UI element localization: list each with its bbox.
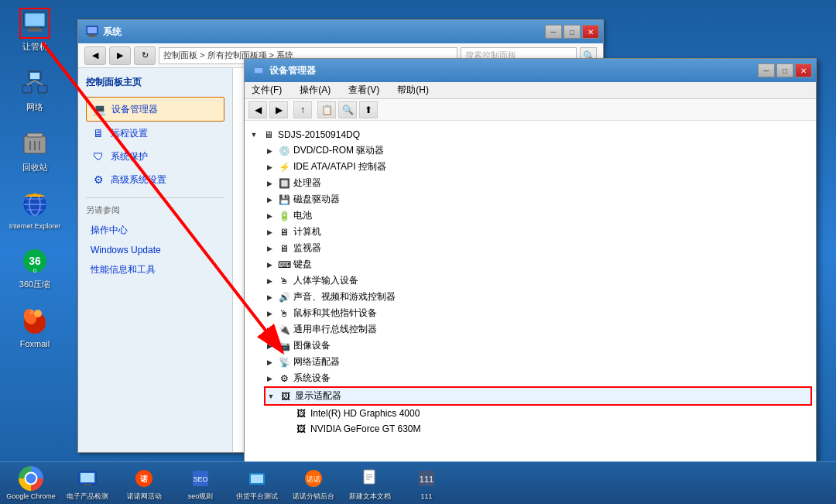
tree-item-ide[interactable]: ▶ ⚡ IDE ATA/ATAPI 控制器 — [264, 159, 812, 175]
nuonuo-label: 诺诺网活动 — [127, 492, 162, 501]
taskbar-nuonuo[interactable]: 诺 诺诺网活动 — [117, 464, 171, 503]
tree-root[interactable]: ▼ 🖥 SDJS-20150914DQ — [248, 127, 812, 142]
cp-menu-advanced[interactable]: ⚙ 高级系统设置 — [86, 168, 224, 191]
tree-item-dvd[interactable]: ▶ 💿 DVD/CD-ROM 驱动器 — [264, 142, 812, 159]
tree-item-network[interactable]: ▶ 📡 网络适配器 — [264, 354, 812, 370]
tree-item-system[interactable]: ▶ ⚙ 系统设备 — [264, 370, 812, 386]
desktop-icon-network[interactable]: 网络 — [6, 68, 64, 113]
cp-back-btn[interactable]: ◀ — [84, 46, 106, 65]
svg-rect-1 — [26, 14, 45, 26]
tree-item-intel-gpu[interactable]: 🖼 Intel(R) HD Graphics 4000 — [295, 406, 812, 421]
taskbar-seo[interactable]: SEO seo规则 — [173, 464, 228, 503]
taskbar-newdoc[interactable]: 新建文本文档 — [343, 464, 397, 503]
electronic-label: 电子产品检测 — [67, 492, 108, 501]
cp-menu-remote[interactable]: 🖥 远程设置 — [86, 122, 224, 145]
supply-label: 供货平台测试 — [236, 492, 278, 501]
device-manager-window: 设备管理器 ─ □ ✕ 文件(F) 操作(A) 查看(V) 帮助(H) ◀ ▶ … — [244, 58, 817, 476]
tree-expand-root[interactable]: ▼ — [248, 129, 259, 140]
protect-icon: 🛡 — [91, 149, 106, 164]
ie-icon — [19, 189, 50, 220]
tree-item-computer[interactable]: ▶ 🖥 计算机 — [264, 224, 812, 240]
dm-menu-help[interactable]: 帮助(H) — [394, 82, 432, 98]
tree-children: ▶ 💿 DVD/CD-ROM 驱动器 ▶ ⚡ IDE ATA/ATAPI 控制器… — [248, 142, 812, 437]
taskbar-nuonuo2[interactable]: 诺诺 诺诺分销后台 — [286, 464, 341, 503]
taskbar-supply[interactable]: 供货平台测试 — [230, 464, 284, 503]
desktop-icon-foxmail[interactable]: Foxmail — [6, 306, 64, 348]
svg-text:36: 36 — [29, 255, 41, 267]
svg-line-8 — [27, 81, 35, 85]
computer-icon — [19, 8, 50, 39]
cp-maximize-btn[interactable]: □ — [564, 25, 581, 39]
dm-window-controls: ─ □ ✕ — [758, 63, 812, 77]
nuonuo2-icon: 诺诺 — [301, 466, 326, 491]
svg-rect-30 — [87, 36, 97, 37]
taskbar-chrome[interactable]: Google Chrome — [4, 464, 58, 503]
dm-close-btn[interactable]: ✕ — [795, 63, 812, 77]
dm-tool-scan[interactable]: 🔍 — [338, 101, 357, 118]
tree-item-disk[interactable]: ▶ 💾 磁盘驱动器 — [264, 191, 812, 207]
chrome-taskbar-label: Google Chrome — [6, 492, 56, 501]
dm-menu-file[interactable]: 文件(F) — [248, 82, 285, 98]
svg-rect-5 — [30, 73, 39, 79]
foxmail-icon-label: Foxmail — [20, 339, 50, 348]
tree-item-audio[interactable]: ▶ 🔊 声音、视频和游戏控制器 — [264, 289, 812, 305]
taskbar-111[interactable]: 111 111 — [399, 464, 454, 503]
num111-label: 111 — [420, 492, 432, 501]
dm-menu-view[interactable]: 查看(V) — [345, 82, 382, 98]
cp-menu-perf-info[interactable]: 性能信息和工具 — [86, 259, 224, 280]
cp-menu-sysprotect[interactable]: 🛡 系统保护 — [86, 145, 224, 168]
tree-item-monitor[interactable]: ▶ 🖥 监视器 — [264, 240, 812, 256]
dm-minimize-btn[interactable]: ─ — [758, 63, 775, 77]
tree-item-display-adapter[interactable]: ▼ 🖼 显示适配器 — [264, 386, 812, 406]
svg-rect-6 — [22, 85, 32, 93]
svg-rect-11 — [27, 133, 43, 137]
electronic-icon — [75, 466, 100, 491]
tree-computer-icon: 🖥 — [262, 129, 275, 141]
tree-item-processor[interactable]: ▶ 🔲 处理器 — [264, 175, 812, 191]
cp-window-controls: ─ □ ✕ — [545, 25, 599, 39]
cp-menu-device-manager[interactable]: 💻 设备管理器 — [86, 97, 224, 122]
related-section-title: 另请参阅 — [86, 204, 224, 216]
svg-rect-36 — [81, 473, 94, 482]
dm-tool-update[interactable]: ⬆ — [359, 101, 378, 118]
desktop-icon-ie[interactable]: Internet Explorer — [6, 189, 64, 230]
tree-item-usb[interactable]: ▶ 🔌 通用串行总线控制器 — [264, 321, 812, 338]
dm-tool-props[interactable]: 📋 — [317, 101, 336, 118]
desktop-icon-360[interactable]: 36 0 360压缩 — [6, 245, 64, 290]
tree-item-mouse[interactable]: ▶ 🖱 鼠标和其他指针设备 — [264, 305, 812, 321]
cp-menu-windows-update[interactable]: Windows Update — [86, 241, 224, 259]
newdoc-icon — [358, 466, 382, 491]
cp-refresh-btn[interactable]: ↻ — [134, 46, 156, 65]
tree-item-nvidia-gpu[interactable]: 🖼 NVIDIA GeForce GT 630M — [295, 421, 812, 437]
taskbar-electronic[interactable]: 电子产品检测 — [60, 464, 115, 503]
cp-minimize-btn[interactable]: ─ — [545, 25, 562, 39]
tree-item-keyboard[interactable]: ▶ ⌨ 键盘 — [264, 256, 812, 273]
compress360-icon-label: 360压缩 — [19, 279, 50, 290]
dm-tool-forward[interactable]: ▶ — [269, 101, 288, 118]
dm-menubar: 文件(F) 操作(A) 查看(V) 帮助(H) — [245, 82, 816, 99]
desktop-icon-computer[interactable]: 让管机 — [6, 8, 64, 53]
computer-icon-label: 让管机 — [22, 41, 48, 53]
cp-forward-btn[interactable]: ▶ — [109, 46, 131, 65]
dm-tool-up[interactable]: ↑ — [293, 101, 312, 118]
remote-icon: 🖥 — [91, 125, 106, 141]
newdoc-label: 新建文本文档 — [349, 492, 391, 501]
svg-rect-3 — [27, 29, 43, 32]
network-icon-label: 网络 — [26, 101, 43, 113]
cp-close-btn[interactable]: ✕ — [582, 25, 599, 39]
chrome-taskbar-icon — [19, 466, 43, 491]
dm-tool-back[interactable]: ◀ — [248, 101, 267, 118]
recycle-icon-label: 回收站 — [22, 162, 48, 173]
seo-label: seo规则 — [188, 492, 214, 501]
ie-icon-label: Internet Explorer — [9, 222, 61, 230]
desktop-icon-recycle[interactable]: 回收站 — [6, 129, 64, 173]
tree-item-imaging[interactable]: ▶ 📷 图像设备 — [264, 338, 812, 354]
svg-point-26 — [29, 310, 34, 314]
nuonuo-icon: 诺 — [132, 466, 156, 491]
dm-menu-action[interactable]: 操作(A) — [296, 82, 334, 98]
cp-menu-action-center[interactable]: 操作中心 — [86, 220, 224, 241]
tree-item-hid[interactable]: ▶ 🖱 人体学输入设备 — [264, 273, 812, 289]
dm-maximize-btn[interactable]: □ — [776, 63, 793, 77]
network-icon — [19, 68, 50, 99]
tree-item-battery[interactable]: ▶ 🔋 电池 — [264, 207, 812, 224]
